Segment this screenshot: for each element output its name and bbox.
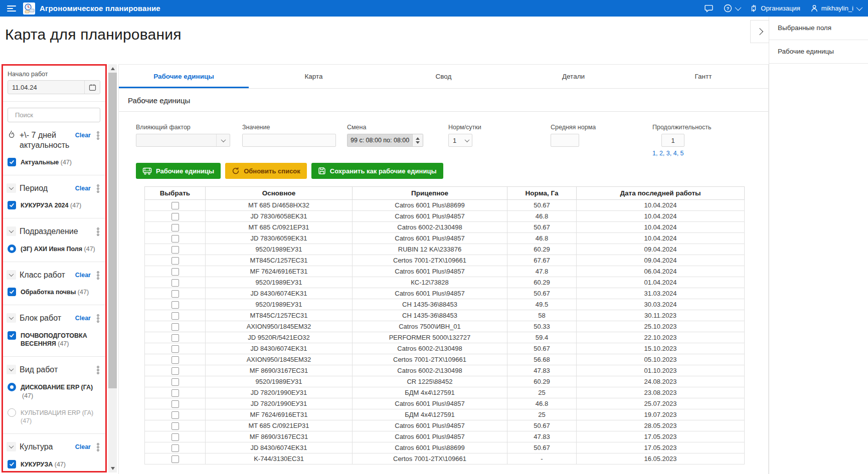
clear-filter-link[interactable]: Clear <box>75 315 91 322</box>
organization-menu[interactable]: Организация <box>750 4 800 13</box>
table-cell: 56.68 <box>507 354 577 365</box>
start-date-field[interactable]: 11.04.24 <box>8 80 100 94</box>
more-options-icon[interactable] <box>94 130 101 140</box>
row-checkbox[interactable] <box>171 323 179 331</box>
collapse-panel-button[interactable] <box>750 20 769 43</box>
row-checkbox[interactable] <box>171 246 179 254</box>
filter-option[interactable]: ДИСКОВАНИЕ ERP (ГА)(47) <box>8 383 101 400</box>
row-checkbox[interactable] <box>171 290 179 298</box>
row-checkbox[interactable] <box>171 422 179 430</box>
checkbox-checked-icon[interactable] <box>8 460 16 468</box>
duration-quick-links[interactable]: 1, 2, 3, 4, 5 <box>652 150 712 157</box>
clear-filter-link[interactable]: Clear <box>75 132 91 139</box>
checkbox-checked-icon[interactable] <box>8 331 16 340</box>
scroll-down-icon[interactable] <box>108 464 117 472</box>
shift-value[interactable]: 99 с: 08:00 по: 08:00 <box>348 134 412 146</box>
row-checkbox[interactable] <box>171 301 179 309</box>
filter-option[interactable]: ПОЧВОПОДГОТОВКА ВЕСЕННЯЯ (47) <box>8 331 101 349</box>
right-panel-item-selected-fields[interactable]: Выбранные поля <box>769 17 868 40</box>
clear-filter-link[interactable]: Clear <box>75 185 91 192</box>
norms-select[interactable]: 1 <box>448 134 472 147</box>
chevron-down-icon[interactable] <box>7 183 16 193</box>
menu-icon[interactable] <box>7 6 16 12</box>
filter-option[interactable]: Обработка почвы (47) <box>8 288 101 297</box>
filter-option[interactable]: КУКУРУЗА (47) <box>8 460 101 469</box>
chevron-down-icon[interactable] <box>7 313 16 323</box>
more-options-icon[interactable] <box>94 365 101 374</box>
row-checkbox[interactable] <box>171 235 179 243</box>
avg-norm-input[interactable] <box>551 134 579 147</box>
table-cell: JD 7820/1990ЕУ31 <box>206 398 353 409</box>
row-checkbox[interactable] <box>171 202 179 209</box>
table-cell: 10.04.2024 <box>577 233 745 244</box>
save-as-work-units-button[interactable]: Сохранить как рабочие единицы <box>311 163 443 179</box>
start-date-label: Начало работ <box>8 71 100 78</box>
row-checkbox[interactable] <box>171 356 179 364</box>
radio-selected-icon[interactable] <box>8 383 16 391</box>
filter-option[interactable]: КУЛЬТИВАЦИЯ ERP (ГА) (47) <box>8 408 101 426</box>
row-checkbox[interactable] <box>171 268 179 276</box>
checkbox-checked-icon[interactable] <box>8 158 16 166</box>
radio-icon[interactable] <box>8 408 16 417</box>
more-options-icon[interactable] <box>94 183 101 193</box>
table-cell: Catros 6001 Plus\94857 <box>353 431 507 442</box>
table-cell: MT845C/1257EC31 <box>206 310 353 321</box>
stepper-icon[interactable] <box>412 134 423 146</box>
sidebar-scrollbar[interactable] <box>108 64 117 472</box>
tab-work-units[interactable]: Рабочие единицы <box>119 65 249 88</box>
chat-icon[interactable] <box>704 4 714 13</box>
scrollbar-thumb[interactable] <box>108 73 117 388</box>
tab-gantt[interactable]: Гантт <box>638 65 768 88</box>
row-checkbox[interactable] <box>171 213 179 220</box>
clear-filter-link[interactable]: Clear <box>75 443 91 450</box>
filter-option[interactable]: (ЗГ) АХИ Ивня Поля (47) <box>8 245 101 254</box>
radio-selected-icon[interactable] <box>8 245 16 253</box>
row-checkbox[interactable] <box>171 378 179 386</box>
filter-option[interactable]: Актуальные (47) <box>8 158 101 167</box>
user-menu[interactable]: mikhaylin_i <box>810 4 861 13</box>
chevron-down-icon[interactable] <box>7 226 16 236</box>
row-checkbox[interactable] <box>171 312 179 320</box>
row-checkbox[interactable] <box>171 433 179 441</box>
right-panel-item-work-units[interactable]: Рабочие единицы <box>769 40 868 64</box>
row-checkbox[interactable] <box>171 257 179 265</box>
row-checkbox[interactable] <box>171 367 179 375</box>
row-checkbox[interactable] <box>171 334 179 342</box>
factor-select[interactable] <box>136 134 230 147</box>
duration-input[interactable] <box>661 134 684 147</box>
table-cell: 9520/1989ЕУ31 <box>206 244 353 255</box>
more-options-icon[interactable] <box>94 442 101 451</box>
shift-input[interactable]: 99 с: 08:00 по: 08:00 <box>347 134 423 147</box>
chevron-down-icon[interactable] <box>7 270 16 280</box>
more-options-icon[interactable] <box>94 270 101 280</box>
more-options-icon[interactable] <box>94 313 101 323</box>
calendar-icon[interactable] <box>84 81 100 94</box>
work-units-button[interactable]: Рабочие единицы <box>136 163 221 179</box>
search-input[interactable] <box>14 111 104 119</box>
tab-map[interactable]: Карта <box>249 65 379 88</box>
search-field[interactable] <box>8 108 100 122</box>
row-checkbox[interactable] <box>171 411 179 419</box>
row-checkbox[interactable] <box>171 444 179 452</box>
tab-details[interactable]: Детали <box>508 65 638 88</box>
row-checkbox[interactable] <box>171 389 179 397</box>
clear-filter-link[interactable]: Clear <box>75 272 91 279</box>
chevron-down-icon[interactable] <box>7 365 16 374</box>
row-checkbox[interactable] <box>171 345 179 353</box>
more-options-icon[interactable] <box>94 226 101 236</box>
refresh-list-button[interactable]: Обновить список <box>225 163 307 179</box>
tab-summary[interactable]: Свод <box>379 65 508 88</box>
row-checkbox[interactable] <box>171 279 179 287</box>
scroll-up-icon[interactable] <box>108 64 117 73</box>
row-checkbox[interactable] <box>171 455 179 463</box>
row-checkbox[interactable] <box>171 224 179 231</box>
chevron-down-icon[interactable] <box>7 442 16 451</box>
checkbox-checked-icon[interactable] <box>8 201 16 209</box>
value-input[interactable] <box>242 134 336 147</box>
help-menu[interactable]: ? <box>724 4 740 13</box>
filter-option[interactable]: КУКУРУЗА 2024 (47) <box>8 201 101 210</box>
checkbox-checked-icon[interactable] <box>8 288 16 296</box>
shift-field-group: Смена 99 с: 08:00 по: 08:00 <box>347 124 423 147</box>
start-date-value[interactable]: 11.04.24 <box>8 81 84 94</box>
row-checkbox[interactable] <box>171 400 179 408</box>
